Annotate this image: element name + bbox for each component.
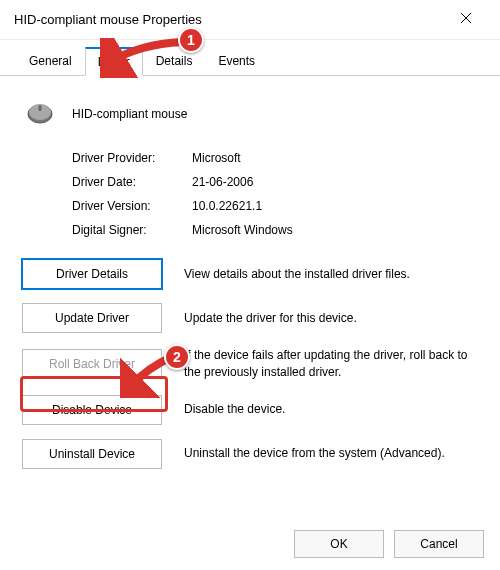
uninstall-device-button[interactable]: Uninstall Device bbox=[22, 439, 162, 469]
driver-info: Driver Provider: Microsoft Driver Date: … bbox=[72, 151, 478, 237]
annotation-callout-1: 1 bbox=[178, 27, 204, 53]
driver-details-desc: View details about the installed driver … bbox=[184, 266, 478, 283]
signer-value: Microsoft Windows bbox=[192, 223, 293, 237]
titlebar: HID-compliant mouse Properties bbox=[0, 0, 500, 40]
update-driver-desc: Update the driver for this device. bbox=[184, 310, 478, 327]
provider-value: Microsoft bbox=[192, 151, 241, 165]
device-header: HID-compliant mouse bbox=[22, 94, 478, 133]
driver-panel: HID-compliant mouse Driver Provider: Mic… bbox=[0, 76, 500, 491]
tab-strip: General Driver Details Events bbox=[0, 46, 500, 76]
tab-events[interactable]: Events bbox=[205, 47, 268, 76]
close-icon bbox=[460, 12, 472, 27]
disable-device-desc: Disable the device. bbox=[184, 401, 478, 418]
annotation-callout-2: 2 bbox=[164, 344, 190, 370]
window-title: HID-compliant mouse Properties bbox=[14, 12, 202, 27]
device-name: HID-compliant mouse bbox=[72, 107, 187, 121]
driver-details-button[interactable]: Driver Details bbox=[22, 259, 162, 289]
uninstall-device-desc: Uninstall the device from the system (Ad… bbox=[184, 445, 478, 462]
close-button[interactable] bbox=[446, 0, 486, 40]
ok-button[interactable]: OK bbox=[294, 530, 384, 558]
dialog-footer: OK Cancel bbox=[294, 530, 484, 558]
svg-rect-4 bbox=[39, 105, 42, 111]
version-value: 10.0.22621.1 bbox=[192, 199, 262, 213]
provider-label: Driver Provider: bbox=[72, 151, 192, 165]
cancel-button[interactable]: Cancel bbox=[394, 530, 484, 558]
update-driver-button[interactable]: Update Driver bbox=[22, 303, 162, 333]
date-value: 21-06-2006 bbox=[192, 175, 253, 189]
mouse-icon bbox=[22, 94, 58, 133]
rollback-driver-desc: If the device fails after updating the d… bbox=[184, 347, 478, 381]
tab-driver[interactable]: Driver bbox=[85, 47, 143, 76]
tab-general[interactable]: General bbox=[16, 47, 85, 76]
signer-label: Digital Signer: bbox=[72, 223, 192, 237]
date-label: Driver Date: bbox=[72, 175, 192, 189]
version-label: Driver Version: bbox=[72, 199, 192, 213]
rollback-driver-button[interactable]: Roll Back Driver bbox=[22, 349, 162, 379]
disable-device-button[interactable]: Disable Device bbox=[22, 395, 162, 425]
